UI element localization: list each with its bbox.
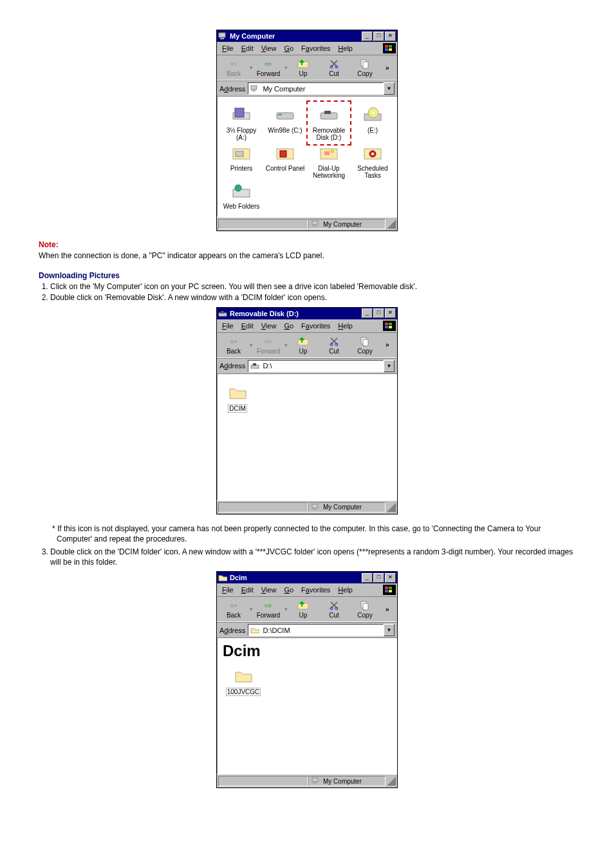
title-text: My Computer <box>230 32 362 40</box>
folder-icon <box>250 626 260 635</box>
up-button[interactable]: Up <box>288 599 319 619</box>
folder-scheduled[interactable]: Scheduled Tasks <box>353 142 393 179</box>
copy-button[interactable]: Copy <box>349 335 380 355</box>
back-button[interactable]: ⇦ Back <box>218 599 249 619</box>
forward-button[interactable]: ⇨ Forward <box>253 599 284 619</box>
address-combo[interactable]: D:\ <box>248 360 384 372</box>
folder-100jvcgc[interactable]: 100JVCGC <box>223 665 264 696</box>
cut-button[interactable]: Cut <box>319 335 349 355</box>
drive-removable[interactable]: Removable Disk (D:) <box>309 104 349 141</box>
copy-button[interactable]: Copy <box>349 58 380 77</box>
menu-go[interactable]: Go <box>280 585 297 594</box>
note-heading: Note: <box>39 240 575 249</box>
menu-go[interactable]: Go <box>280 321 297 330</box>
svg-rect-51 <box>385 587 388 589</box>
address-combo[interactable]: D:\DCIM <box>248 624 384 636</box>
resize-grip[interactable] <box>387 503 396 512</box>
maximize-button[interactable]: □ <box>373 308 384 318</box>
menu-help[interactable]: Help <box>334 44 357 53</box>
toolbar-overflow-button[interactable]: » <box>386 64 395 71</box>
content-pane[interactable]: 3½ Floppy (A:) Win98e (C:) Removable Dis… <box>217 96 397 217</box>
title-text: Dcim <box>230 574 362 581</box>
copy-icon <box>360 58 370 70</box>
menu-file[interactable]: File <box>218 44 237 53</box>
svg-rect-2 <box>385 45 388 48</box>
close-button[interactable]: × <box>385 32 396 41</box>
svg-rect-5 <box>389 48 392 51</box>
svg-rect-0 <box>219 33 225 37</box>
back-button[interactable]: ⇦ Back <box>218 335 249 355</box>
drive-e[interactable]: (E:) <box>353 104 393 141</box>
minimize-button[interactable]: _ <box>362 32 373 41</box>
menu-view[interactable]: View <box>257 321 281 330</box>
folder-web[interactable]: Web Folders <box>221 180 261 210</box>
content-pane[interactable]: Dcim 100JVCGC <box>217 637 397 774</box>
minimize-button[interactable]: _ <box>362 573 373 583</box>
toolbar-overflow-button[interactable]: » <box>386 341 395 348</box>
menu-edit[interactable]: Edit <box>237 585 257 594</box>
maximize-button[interactable]: □ <box>373 32 384 41</box>
folder-dcim[interactable]: DCIM <box>221 382 254 413</box>
menu-favorites[interactable]: Favorites <box>297 44 334 53</box>
address-label: Address <box>219 362 245 370</box>
titlebar[interactable]: Dcim _ □ × <box>217 572 397 583</box>
menu-favorites[interactable]: Favorites <box>297 585 334 594</box>
resize-grip[interactable] <box>387 777 396 786</box>
statusbar: My Computer <box>217 500 397 514</box>
copy-button[interactable]: Copy <box>349 599 380 619</box>
computer-icon <box>250 84 260 93</box>
titlebar[interactable]: My Computer _ □ × <box>217 30 397 42</box>
content-pane[interactable]: DCIM <box>217 373 397 500</box>
up-button[interactable]: Up <box>288 335 319 355</box>
menu-view[interactable]: View <box>257 44 281 53</box>
folder-dialup[interactable]: Dial-Up Networking <box>309 142 349 179</box>
svg-rect-52 <box>389 587 392 589</box>
menu-edit[interactable]: Edit <box>237 321 257 330</box>
cut-button[interactable]: Cut <box>319 599 349 619</box>
cd-drive-icon <box>353 104 393 125</box>
folder-printers[interactable]: Printers <box>221 142 261 179</box>
address-dropdown-button[interactable]: ▼ <box>384 624 395 636</box>
downloading-heading: Downloading Pictures <box>39 271 575 280</box>
hard-drive-icon <box>265 104 305 125</box>
toolbar-overflow-button[interactable]: » <box>386 606 395 613</box>
up-button[interactable]: Up <box>288 58 319 77</box>
menu-go[interactable]: Go <box>280 44 297 53</box>
close-button[interactable]: × <box>385 573 396 583</box>
footnote-1: * If this icon is not displayed, your ca… <box>50 524 575 544</box>
svg-rect-15 <box>277 113 293 119</box>
drive-floppy[interactable]: 3½ Floppy (A:) <box>221 104 261 141</box>
address-dropdown-button[interactable]: ▼ <box>384 360 395 372</box>
menu-file[interactable]: File <box>218 585 237 594</box>
removable-drive-icon <box>309 104 349 125</box>
menu-help[interactable]: Help <box>334 321 357 330</box>
minimize-button[interactable]: _ <box>362 308 373 318</box>
folder-control-panel[interactable]: Control Panel <box>265 142 305 179</box>
menu-edit[interactable]: Edit <box>237 44 257 53</box>
svg-rect-39 <box>389 323 392 325</box>
menu-view[interactable]: View <box>257 585 281 594</box>
titlebar[interactable]: Removable Disk (D:) _ □ × <box>217 308 397 319</box>
forward-button[interactable]: ⇨ Forward <box>253 58 284 77</box>
svg-rect-23 <box>236 151 243 156</box>
drive-win98e[interactable]: Win98e (C:) <box>265 104 305 141</box>
menu-favorites[interactable]: Favorites <box>297 321 334 330</box>
menubar: File Edit View Go Favorites Help <box>217 583 397 596</box>
svg-rect-4 <box>385 48 388 51</box>
arrow-left-icon: ⇦ <box>230 601 237 610</box>
menu-help[interactable]: Help <box>334 585 357 594</box>
cut-button[interactable]: Cut <box>319 58 349 77</box>
address-dropdown-button[interactable]: ▼ <box>384 82 395 95</box>
svg-rect-1 <box>220 38 224 39</box>
close-button[interactable]: × <box>385 308 396 318</box>
maximize-button[interactable]: □ <box>373 573 384 583</box>
menu-file[interactable]: File <box>218 321 237 330</box>
svg-rect-54 <box>389 590 392 592</box>
toolbar: ⇦ Back ▾ ⇨ Forward ▾ Up Cut Copy » <box>217 332 397 358</box>
floppy-drive-icon <box>221 104 261 125</box>
address-combo[interactable]: My Computer <box>248 82 384 95</box>
address-label: Address <box>219 85 245 93</box>
svg-rect-32 <box>233 189 250 197</box>
resize-grip[interactable] <box>387 220 396 229</box>
svg-rect-3 <box>389 45 392 48</box>
